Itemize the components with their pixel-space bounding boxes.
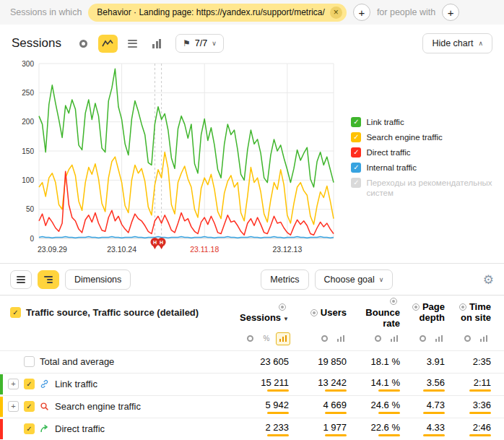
chart-legend: ✓Link traffic✓Search engine traffic✓Dire… (351, 56, 500, 260)
doughnut-chart-type-button[interactable] (74, 35, 93, 53)
row-checkbox[interactable]: ✓ (24, 423, 35, 434)
chevron-down-icon: ∨ (212, 40, 217, 47)
metric-value: 3:36 (456, 400, 504, 414)
table-toolbar: Dimensions Metrics Choose goal ∨ ⚙ (0, 264, 504, 295)
column-header-bounce-rate[interactable]: Bounce rate (358, 296, 412, 329)
goals-flag-dropdown[interactable]: ⚑ 7/7 ∨ (175, 34, 224, 53)
metric-value: 4.73 (412, 400, 456, 414)
legend-item-3[interactable]: ✓Internal traffic (351, 163, 500, 173)
legend-item-1[interactable]: ✓Search engine traffic (351, 132, 500, 142)
svg-text:23.10.24: 23.10.24 (107, 245, 136, 254)
bars-toggle-icon[interactable] (432, 332, 446, 345)
doughnut-toggle-icon[interactable] (415, 332, 430, 345)
page-depth-display-toggles (412, 332, 456, 345)
value-bar (267, 389, 289, 392)
doughnut-toggle-icon[interactable] (243, 332, 257, 345)
bars-toggle-icon[interactable] (477, 332, 491, 345)
doughnut-toggle-icon[interactable] (460, 332, 474, 345)
flat-view-button[interactable] (10, 270, 32, 289)
legend-checkbox[interactable]: ✓ (351, 117, 361, 127)
legend-label: Переходы из рекомендательных систем (366, 178, 500, 198)
expand-row-button[interactable]: + (8, 379, 19, 389)
bars-toggle-icon[interactable] (334, 332, 348, 345)
svg-text:300: 300 (22, 60, 34, 68)
chevron-down-icon: ∨ (379, 276, 384, 283)
doughnut-toggle-icon[interactable] (370, 332, 385, 345)
chevron-up-icon: ∧ (478, 40, 483, 47)
metric-target-icon (412, 303, 420, 311)
table-row-total[interactable]: Total and average 23 605 19 850 18.1 % 3… (0, 350, 504, 373)
bars-toggle-icon[interactable] (276, 332, 290, 345)
bars-toggle-icon[interactable] (387, 332, 401, 345)
svg-text:100: 100 (22, 176, 34, 184)
hide-chart-button[interactable]: Hide chart ∧ (422, 33, 492, 53)
metric-value: 14.1 % (358, 377, 412, 392)
table-row-direct-traffic[interactable]: +✓Direct traffic2 2331 97722.6 %4.332:46 (0, 418, 504, 440)
filter-chip[interactable]: Behavior · Landing page: https://yandex.… (88, 4, 347, 22)
dimension-header[interactable]: Traffic source, Traffic source (detailed… (26, 307, 199, 318)
table-row-search-engine-traffic[interactable]: +✓Search engine traffic5 9424 66924.6 %4… (0, 395, 504, 418)
sessions-display-toggles: % (234, 332, 300, 345)
columns-chart-type-button[interactable] (147, 35, 167, 53)
column-header-time-on-site[interactable]: Time on site (456, 301, 504, 324)
row-color-strip (0, 397, 3, 417)
percent-toggle-icon[interactable]: % (259, 332, 274, 345)
metric-value: 24.6 % (358, 400, 412, 414)
time-on-site-display-toggles (456, 332, 504, 345)
tree-view-button[interactable] (38, 270, 59, 289)
metrics-button[interactable]: Metrics (261, 269, 308, 290)
legend-checkbox[interactable]: ✓ (351, 147, 361, 158)
chart-header: Sessions ⚑ 7/7 ∨ Hide chart ∧ (0, 25, 504, 56)
legend-item-0[interactable]: ✓Link traffic (351, 117, 500, 127)
choose-goal-dropdown[interactable]: Choose goal ∨ (315, 269, 394, 290)
total-sessions: 23 605 (234, 356, 300, 367)
column-header-users[interactable]: Users (300, 307, 358, 319)
legend-checkbox[interactable]: ✓ (351, 163, 361, 173)
value-bar (469, 389, 491, 392)
add-people-condition-button[interactable]: + (442, 4, 459, 21)
report-table: Dimensions Metrics Choose goal ∨ ⚙ ✓ Tra… (0, 263, 504, 440)
settings-gear-icon[interactable]: ⚙ (483, 272, 494, 288)
legend-label: Link traffic (366, 117, 404, 127)
filter-bar: Sessions in which Behavior · Landing pag… (0, 0, 504, 25)
row-color-strip (0, 374, 3, 394)
column-header-sessions[interactable]: Sessions▼ (234, 301, 300, 324)
columns-icon (152, 39, 161, 48)
tree-list-icon (44, 276, 53, 283)
legend-item-2[interactable]: ✓Direct traffic (351, 147, 500, 158)
total-page-depth: 3.91 (412, 356, 456, 367)
flag-icon: ⚑ (183, 38, 191, 48)
legend-checkbox[interactable]: ✓ (351, 178, 361, 188)
hide-chart-label: Hide chart (432, 38, 473, 48)
list-icon (17, 276, 25, 283)
doughnut-toggle-icon[interactable] (317, 332, 331, 345)
metric-target-icon (310, 309, 318, 316)
metric-target-icon (279, 303, 286, 311)
chart-area: 05010015020025030023.09.2923.10.2423.11.… (0, 56, 504, 262)
row-checkbox[interactable]: ✓ (24, 401, 35, 412)
svg-text:0: 0 (30, 235, 34, 243)
select-all-checkbox[interactable]: ✓ (10, 307, 21, 318)
row-checkbox[interactable]: ✓ (24, 379, 35, 389)
stacked-chart-type-button[interactable] (123, 35, 142, 53)
metric-target-icon (459, 303, 466, 311)
column-header-page-depth[interactable]: Page depth (412, 301, 456, 324)
metric-value: 3.56 (412, 377, 456, 392)
total-row-checkbox[interactable] (24, 356, 35, 367)
remove-filter-icon[interactable]: × (330, 7, 342, 19)
value-bar (378, 389, 400, 392)
table-row-link-traffic[interactable]: +✓Link traffic15 21113 24214.1 %3.562:11 (0, 373, 504, 395)
line-chart-type-button[interactable] (98, 35, 118, 53)
sessions-line-chart[interactable]: 05010015020025030023.09.2923.10.2423.11.… (7, 56, 342, 260)
expand-row-button[interactable]: + (8, 401, 19, 412)
svg-text:Н: Н (153, 240, 157, 245)
table-body: +✓Link traffic15 21113 24214.1 %3.562:11… (0, 373, 504, 440)
value-bar (267, 412, 289, 414)
dimensions-button[interactable]: Dimensions (65, 269, 131, 290)
add-session-condition-button[interactable]: + (353, 4, 370, 21)
legend-item-4[interactable]: ✓Переходы из рекомендательных систем (351, 178, 500, 198)
value-bar (423, 434, 445, 436)
metric-value: 22.6 % (358, 422, 412, 436)
legend-checkbox[interactable]: ✓ (351, 132, 361, 142)
row-label: Direct traffic (55, 423, 105, 434)
